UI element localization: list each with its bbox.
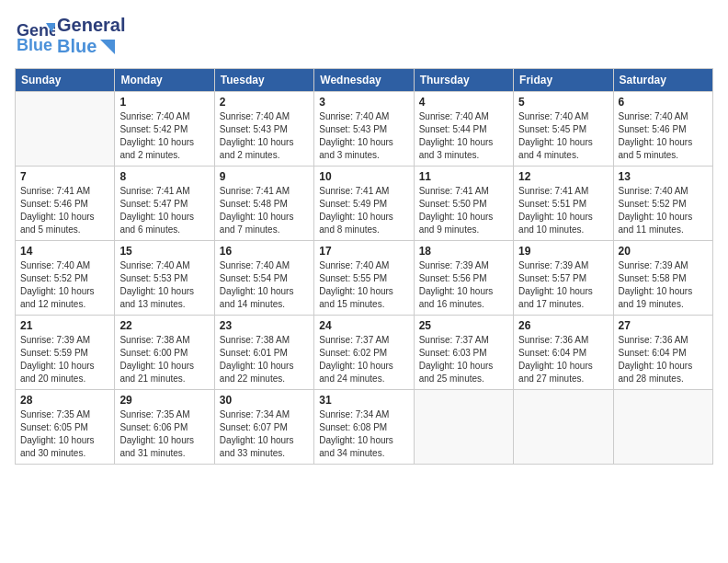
day-info: Sunrise: 7:41 AM Sunset: 5:51 PM Dayligh… [518,185,608,236]
day-info: Sunrise: 7:40 AM Sunset: 5:46 PM Dayligh… [619,110,708,162]
calendar-cell: 20Sunrise: 7:39 AM Sunset: 5:58 PM Dayli… [613,241,712,316]
day-number: 9 [220,170,309,183]
calendar-cell: 4Sunrise: 7:40 AM Sunset: 5:44 PM Daylig… [414,92,513,167]
day-info: Sunrise: 7:41 AM Sunset: 5:50 PM Dayligh… [419,185,508,236]
calendar-cell: 31Sunrise: 7:34 AM Sunset: 6:08 PM Dayli… [314,390,414,465]
day-number: 27 [619,319,708,332]
calendar-cell: 24Sunrise: 7:37 AM Sunset: 6:02 PM Dayli… [314,316,414,390]
day-info: Sunrise: 7:40 AM Sunset: 5:43 PM Dayligh… [220,110,309,162]
calendar-cell: 29Sunrise: 7:35 AM Sunset: 6:06 PM Dayli… [115,390,214,465]
page-header: General Blue General Blue [15,15,713,57]
svg-marker-3 [100,40,115,54]
logo-text-general: General [57,15,125,36]
calendar-cell: 7Sunrise: 7:41 AM Sunset: 5:46 PM Daylig… [16,167,115,241]
calendar-cell: 23Sunrise: 7:38 AM Sunset: 6:01 PM Dayli… [214,316,313,390]
day-number: 16 [220,245,309,258]
day-number: 18 [419,245,508,258]
calendar-cell: 5Sunrise: 7:40 AM Sunset: 5:45 PM Daylig… [514,92,613,167]
day-number: 14 [20,245,109,258]
calendar-week-row: 1Sunrise: 7:40 AM Sunset: 5:42 PM Daylig… [16,92,713,167]
day-number: 31 [319,394,408,407]
calendar-cell: 9Sunrise: 7:41 AM Sunset: 5:48 PM Daylig… [214,167,313,241]
day-info: Sunrise: 7:36 AM Sunset: 6:04 PM Dayligh… [518,334,608,385]
day-number: 5 [518,96,608,109]
calendar-cell: 12Sunrise: 7:41 AM Sunset: 5:51 PM Dayli… [514,167,613,241]
day-info: Sunrise: 7:40 AM Sunset: 5:52 PM Dayligh… [619,185,708,236]
day-info: Sunrise: 7:35 AM Sunset: 6:05 PM Dayligh… [20,408,109,460]
logo-arrow-icon [98,38,117,56]
day-number: 30 [220,394,309,407]
day-info: Sunrise: 7:37 AM Sunset: 6:02 PM Dayligh… [319,334,408,385]
day-info: Sunrise: 7:41 AM Sunset: 5:48 PM Dayligh… [220,185,309,236]
calendar-cell: 18Sunrise: 7:39 AM Sunset: 5:56 PM Dayli… [414,241,513,316]
day-number: 10 [319,170,408,183]
logo-text-blue: Blue [57,36,97,57]
logo-icon: General Blue [15,16,55,56]
calendar-week-row: 28Sunrise: 7:35 AM Sunset: 6:05 PM Dayli… [16,390,713,465]
day-number: 20 [619,245,708,258]
calendar-cell: 10Sunrise: 7:41 AM Sunset: 5:49 PM Dayli… [314,167,414,241]
calendar-cell [414,390,513,465]
day-of-week-header: Thursday [414,69,513,92]
day-info: Sunrise: 7:40 AM Sunset: 5:44 PM Dayligh… [419,110,508,162]
calendar-week-row: 7Sunrise: 7:41 AM Sunset: 5:46 PM Daylig… [16,167,713,241]
day-number: 17 [319,245,408,258]
day-info: Sunrise: 7:36 AM Sunset: 6:04 PM Dayligh… [619,334,708,385]
day-number: 28 [20,394,109,407]
day-of-week-header: Friday [514,69,613,92]
day-number: 21 [20,319,109,332]
day-number: 29 [119,394,209,407]
day-info: Sunrise: 7:40 AM Sunset: 5:52 PM Dayligh… [20,259,109,311]
calendar-cell: 22Sunrise: 7:38 AM Sunset: 6:00 PM Dayli… [115,316,214,390]
day-number: 26 [518,319,608,332]
day-info: Sunrise: 7:40 AM Sunset: 5:54 PM Dayligh… [220,259,309,311]
day-of-week-header: Saturday [613,69,712,92]
day-info: Sunrise: 7:40 AM Sunset: 5:43 PM Dayligh… [319,110,408,162]
day-number: 13 [619,170,708,183]
day-info: Sunrise: 7:37 AM Sunset: 6:03 PM Dayligh… [419,334,508,385]
calendar-cell: 27Sunrise: 7:36 AM Sunset: 6:04 PM Dayli… [613,316,712,390]
day-info: Sunrise: 7:41 AM Sunset: 5:49 PM Dayligh… [319,185,408,236]
day-number: 1 [119,96,209,109]
day-info: Sunrise: 7:41 AM Sunset: 5:46 PM Dayligh… [20,185,109,236]
calendar-cell: 11Sunrise: 7:41 AM Sunset: 5:50 PM Dayli… [414,167,513,241]
calendar-header-row: SundayMondayTuesdayWednesdayThursdayFrid… [16,69,713,92]
calendar-cell: 21Sunrise: 7:39 AM Sunset: 5:59 PM Dayli… [16,316,115,390]
day-info: Sunrise: 7:34 AM Sunset: 6:07 PM Dayligh… [220,408,309,460]
calendar-cell [16,92,115,167]
day-number: 11 [419,170,508,183]
day-of-week-header: Sunday [16,69,115,92]
day-number: 8 [119,170,209,183]
day-number: 6 [619,96,708,109]
calendar-cell: 13Sunrise: 7:40 AM Sunset: 5:52 PM Dayli… [613,167,712,241]
calendar-week-row: 21Sunrise: 7:39 AM Sunset: 5:59 PM Dayli… [16,316,713,390]
day-number: 19 [518,245,608,258]
calendar-cell: 30Sunrise: 7:34 AM Sunset: 6:07 PM Dayli… [214,390,313,465]
day-of-week-header: Wednesday [314,69,414,92]
day-number: 25 [419,319,508,332]
day-number: 12 [518,170,608,183]
day-number: 24 [319,319,408,332]
calendar-cell: 16Sunrise: 7:40 AM Sunset: 5:54 PM Dayli… [214,241,313,316]
day-info: Sunrise: 7:38 AM Sunset: 6:00 PM Dayligh… [119,334,209,385]
day-info: Sunrise: 7:40 AM Sunset: 5:42 PM Dayligh… [119,110,209,162]
calendar-cell [613,390,712,465]
calendar-week-row: 14Sunrise: 7:40 AM Sunset: 5:52 PM Dayli… [16,241,713,316]
day-number: 2 [220,96,309,109]
day-of-week-header: Tuesday [214,69,313,92]
day-info: Sunrise: 7:39 AM Sunset: 5:57 PM Dayligh… [518,259,608,311]
day-info: Sunrise: 7:35 AM Sunset: 6:06 PM Dayligh… [119,408,209,460]
day-info: Sunrise: 7:40 AM Sunset: 5:53 PM Dayligh… [119,259,209,311]
day-of-week-header: Monday [115,69,214,92]
day-number: 3 [319,96,408,109]
logo: General Blue General Blue [15,15,125,57]
calendar-cell: 15Sunrise: 7:40 AM Sunset: 5:53 PM Dayli… [115,241,214,316]
day-number: 23 [220,319,309,332]
calendar-cell: 3Sunrise: 7:40 AM Sunset: 5:43 PM Daylig… [314,92,414,167]
day-info: Sunrise: 7:34 AM Sunset: 6:08 PM Dayligh… [319,408,408,460]
calendar-cell: 8Sunrise: 7:41 AM Sunset: 5:47 PM Daylig… [115,167,214,241]
calendar-cell: 6Sunrise: 7:40 AM Sunset: 5:46 PM Daylig… [613,92,712,167]
day-number: 22 [119,319,209,332]
calendar-cell: 28Sunrise: 7:35 AM Sunset: 6:05 PM Dayli… [16,390,115,465]
day-number: 15 [119,245,209,258]
